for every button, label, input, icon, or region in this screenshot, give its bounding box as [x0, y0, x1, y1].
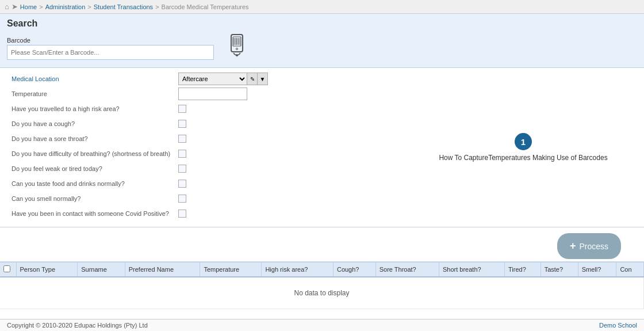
col-surname: Surname: [78, 262, 125, 277]
barcode-input[interactable]: [7, 45, 214, 60]
medical-location-select[interactable]: Aftercare: [178, 73, 247, 85]
question-checkbox-6[interactable]: [178, 195, 186, 203]
help-bubble[interactable]: 1: [515, 133, 532, 150]
table-no-data-row: No data to display: [0, 277, 644, 309]
question-checkbox-7[interactable]: [178, 210, 186, 218]
col-con: Con: [616, 262, 644, 277]
process-button[interactable]: + Process: [557, 233, 621, 259]
col-short-breath: Short breath?: [439, 262, 504, 277]
medical-location-label: Medical Location: [12, 75, 178, 82]
search-title: Search: [7, 18, 637, 29]
breadcrumb-current: Barcode Medical Temperatures: [162, 3, 249, 10]
search-section: Search Barcode: [0, 14, 644, 68]
barcode-label: Barcode: [7, 37, 214, 44]
col-taste: Taste?: [540, 262, 578, 277]
question-checkbox-4[interactable]: [178, 165, 186, 173]
medical-location-dropdown-button[interactable]: ▼: [258, 73, 268, 85]
breadcrumb-home[interactable]: Home: [20, 3, 37, 10]
question-checkbox-2[interactable]: [178, 135, 186, 143]
question-checkbox-3[interactable]: [178, 150, 186, 158]
process-plus-icon: +: [570, 240, 576, 252]
question-label-0: Have you travelled to a high risk area?: [12, 105, 178, 112]
col-high-risk: High risk area?: [262, 262, 334, 277]
back-icon[interactable]: ⌂: [5, 2, 9, 11]
footer: Copyright © 2010-2020 Edupac Holdings (P…: [0, 319, 644, 331]
question-label-7: Have you been in contact with someone Co…: [12, 210, 178, 217]
form-section: Medical Location Aftercare ✎ ▼ Temperatu…: [0, 68, 644, 227]
copyright-text: Copyright © 2010-2020 Edupac Holdings (P…: [7, 322, 148, 329]
breadcrumb-administration[interactable]: Administration: [45, 3, 86, 10]
no-data-message: No data to display: [0, 277, 644, 309]
question-label-1: Do you have a cough?: [12, 120, 178, 127]
medical-location-edit-button[interactable]: ✎: [247, 73, 258, 85]
question-label-2: Do you have a sore throat?: [12, 135, 178, 142]
forward-icon[interactable]: ➤: [12, 2, 18, 11]
svg-point-9: [236, 54, 238, 56]
temperature-input[interactable]: [178, 87, 247, 100]
col-person-type: Person Type: [16, 262, 78, 277]
help-text: How To CaptureTemperatures Making Use of…: [439, 154, 607, 162]
help-section: 1 How To CaptureTemperatures Making Use …: [414, 73, 632, 222]
select-all-checkbox[interactable]: [3, 265, 10, 272]
col-smell: Smell?: [578, 262, 616, 277]
results-table: Person Type Surname Preferred Name Tempe…: [0, 262, 644, 309]
form-left: Medical Location Aftercare ✎ ▼ Temperatu…: [12, 73, 414, 222]
question-checkbox-5[interactable]: [178, 180, 186, 188]
temperature-label: Temperature: [12, 90, 178, 97]
question-checkbox-1[interactable]: [178, 120, 186, 128]
breadcrumb: ⌂ ➤ Home > Administration > Student Tran…: [0, 0, 644, 14]
col-cough: Cough?: [333, 262, 375, 277]
question-label-5: Can you taste food and drinks normally?: [12, 180, 178, 187]
action-row: + Process: [0, 227, 644, 261]
table-header-row: Person Type Surname Preferred Name Tempe…: [0, 262, 644, 277]
svg-point-8: [236, 48, 238, 50]
breadcrumb-student-transactions[interactable]: Student Transactions: [94, 3, 153, 10]
col-sore-throat: Sore Throat?: [375, 262, 439, 277]
col-temperature: Temperature: [200, 262, 262, 277]
question-label-4: Do you feel weak or tired today?: [12, 165, 178, 172]
question-label-3: Do you have difficulty of breathing? (sh…: [12, 150, 178, 157]
results-table-section[interactable]: Person Type Surname Preferred Name Tempe…: [0, 262, 644, 319]
barcode-scanner-icon: [225, 33, 248, 63]
col-tired: Tired?: [505, 262, 541, 277]
process-label: Process: [579, 242, 608, 251]
question-checkbox-0[interactable]: [178, 105, 186, 113]
question-label-6: Can you smell normally?: [12, 195, 178, 202]
col-preferred-name: Preferred Name: [125, 262, 200, 277]
col-checkbox: [0, 262, 16, 277]
demo-school-link[interactable]: Demo School: [599, 322, 637, 329]
